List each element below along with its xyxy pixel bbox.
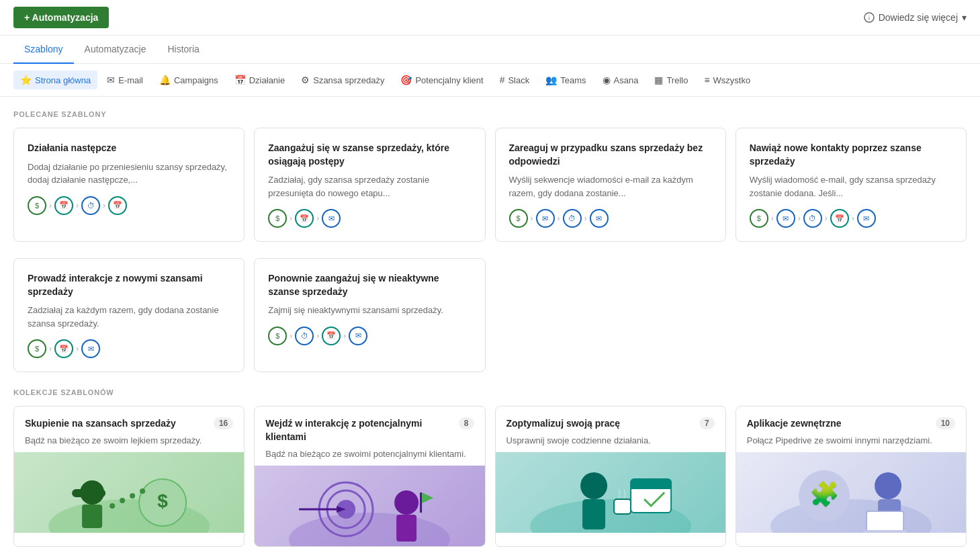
template-card-2[interactable]: Zaangażuj się w szanse sprzedaży, które …: [254, 128, 485, 242]
template-placeholder-2: [736, 258, 967, 372]
email-icon: ✉: [107, 75, 115, 85]
template-flow-3: $ › ✉ › ⏱ › ✉: [509, 209, 712, 228]
tab-automatyzacje[interactable]: Automatyzacje: [74, 36, 157, 64]
template-desc-2: Zadziałaj, gdy szansa sprzedaży zostanie…: [268, 173, 471, 200]
collection-card-3[interactable]: Zoptymalizuj swoją pracę 7 Usprawnij swo…: [495, 406, 726, 546]
flow-deal-icon: $: [268, 209, 287, 228]
category-wszystko[interactable]: ≡ Wszystko: [697, 71, 757, 89]
template-desc-5: Zadziałaj za każdym razem, gdy dodana zo…: [28, 304, 230, 330]
template-flow-1: $ › 📅 › ⏱ › 📅: [28, 196, 230, 215]
flow-arrow: ›: [798, 214, 801, 223]
svg-text:🧩: 🧩: [809, 480, 839, 509]
collection-badge-1: 16: [214, 417, 233, 429]
collection-image-4: 🧩: [736, 452, 966, 533]
template-grid-row1: Działania następcze Dodaj działanie po p…: [13, 128, 967, 242]
category-potencjalny-klient[interactable]: 🎯 Potencjalny klient: [394, 71, 490, 89]
all-icon: ≡: [704, 75, 709, 85]
collection-desc-1: Bądź na bieżąco ze swoim lejkiem sprzeda…: [25, 435, 233, 447]
template-title-2: Zaangażuj się w szanse sprzedaży, które …: [268, 142, 471, 168]
svg-rect-35: [863, 530, 907, 533]
info-icon: i: [864, 12, 875, 23]
svg-point-29: [770, 499, 932, 533]
svg-point-18: [394, 490, 418, 515]
flow-email2-icon: ✉: [590, 209, 609, 228]
campaigns-icon: 🔔: [159, 75, 171, 85]
star-icon: ⭐: [20, 75, 32, 85]
collection-title-3: Zoptymalizuj swoją pracę: [506, 417, 621, 431]
svg-marker-21: [422, 492, 433, 503]
category-strona-glowna[interactable]: ⭐ Strona główna: [13, 71, 97, 89]
collection-header-2: Wejdź w interakcję z potencjalnymi klien…: [255, 406, 484, 465]
flow-deal-icon: $: [268, 327, 287, 345]
template-card-3[interactable]: Zareaguj w przypadku szans sprzedaży bez…: [495, 128, 726, 242]
flow-timer-icon: ⏱: [295, 327, 314, 345]
flow-email-icon: ✉: [322, 209, 341, 228]
slack-icon: #: [500, 75, 505, 85]
template-title-5: Prowadź interakcje z nowymi szansami spr…: [28, 272, 230, 298]
template-flow-6: $ › ⏱ › 📅 › ✉: [268, 327, 471, 345]
category-dzialanie[interactable]: 📅 Działanie: [228, 71, 292, 89]
category-szansa-sprzedazy[interactable]: ⚙ Szansa sprzedaży: [294, 71, 391, 89]
flow-arrow: ›: [49, 201, 52, 210]
template-desc-3: Wyślij sekwencje wiadomości e-mail za ka…: [509, 173, 712, 200]
flow-arrow: ›: [558, 214, 560, 223]
category-trello[interactable]: ▦ Trello: [648, 71, 695, 89]
template-desc-6: Zajmij się nieaktywnymi szansami sprzeda…: [268, 304, 471, 317]
deal-icon: ⚙: [301, 75, 310, 85]
flow-email2-icon: ✉: [857, 209, 876, 228]
collection-card-4[interactable]: Aplikacje zewnętrzne 10 Połącz Pipedrive…: [736, 406, 967, 546]
collection-desc-3: Usprawnij swoje codzienne działania.: [506, 435, 715, 447]
svg-rect-4: [82, 505, 102, 528]
category-slack[interactable]: # Slack: [493, 71, 537, 89]
template-card-4[interactable]: Nawiąż nowe kontakty poprzez szanse sprz…: [736, 128, 967, 242]
category-asana[interactable]: ◉ Asana: [596, 71, 645, 89]
flow-deal-icon: $: [28, 339, 46, 358]
flow-arrow: ›: [316, 331, 319, 341]
collection-card-2[interactable]: Wejdź w interakcję z potencjalnymi klien…: [254, 406, 485, 546]
template-card-6[interactable]: Ponownie zaangażuj się w nieaktywne szan…: [254, 258, 485, 372]
category-teams[interactable]: 👥 Teams: [539, 71, 592, 89]
collections-grid: Skupienie na szansach sprzedaży 16 Bądź …: [13, 406, 967, 546]
collection-badge-4: 10: [936, 417, 955, 429]
main-tabs: Szablony Automatyzacje Historia: [0, 36, 980, 64]
flow-deal-icon: $: [28, 196, 46, 215]
collection-image-1: $: [14, 452, 244, 533]
main-content: POLECANE SZABLONY Działania następcze Do…: [0, 97, 980, 559]
svg-rect-24: [582, 499, 605, 529]
collection-card-1[interactable]: Skupienie na szansach sprzedaży 16 Bądź …: [13, 406, 244, 546]
trello-icon: ▦: [654, 75, 663, 85]
flow-timer-icon: ⏱: [563, 209, 582, 228]
add-automation-button[interactable]: + Automatyzacja: [13, 7, 109, 28]
tab-szablony[interactable]: Szablony: [13, 36, 74, 64]
flow-deal-icon: $: [509, 209, 528, 228]
svg-rect-5: [72, 489, 105, 497]
svg-point-12: [289, 513, 450, 546]
svg-rect-20: [420, 492, 422, 513]
tab-historia[interactable]: Historia: [157, 36, 210, 64]
flow-arrow: ›: [49, 344, 52, 353]
flow-arrow: ›: [76, 344, 79, 353]
flow-arrow: ›: [103, 201, 105, 210]
collection-desc-4: Połącz Pipedrive ze swoimi innymi narzęd…: [747, 435, 955, 447]
svg-point-9: [120, 498, 125, 503]
flow-calendar-icon: 📅: [54, 196, 73, 215]
category-campaigns[interactable]: 🔔 Campaigns: [152, 71, 225, 89]
flow-arrow: ›: [76, 201, 79, 210]
collection-title-4: Aplikacje zewnętrzne: [747, 417, 842, 431]
flow-arrow: ›: [584, 214, 587, 223]
flow-arrow: ›: [289, 214, 292, 223]
collection-badge-2: 8: [459, 417, 474, 429]
flow-arrow: ›: [289, 331, 292, 341]
flow-arrow: ›: [771, 214, 774, 223]
category-email[interactable]: ✉ E-mail: [100, 71, 150, 89]
collection-badge-3: 7: [699, 417, 715, 429]
collection-title-2: Wejdź w interakcję z potencjalnymi klien…: [265, 417, 453, 443]
template-placeholder-1: [495, 258, 726, 372]
template-title-4: Nawiąż nowe kontakty poprzez szanse sprz…: [750, 142, 952, 168]
flow-arrow: ›: [531, 214, 533, 223]
template-card-1[interactable]: Działania następcze Dodaj działanie po p…: [13, 128, 244, 242]
template-flow-2: $ › 📅 › ✉: [268, 209, 471, 228]
template-card-5[interactable]: Prowadź interakcje z nowymi szansami spr…: [13, 258, 244, 372]
flow-calendar-icon: 📅: [54, 339, 73, 358]
info-link[interactable]: i Dowiedz się więcej ▾: [864, 12, 967, 23]
